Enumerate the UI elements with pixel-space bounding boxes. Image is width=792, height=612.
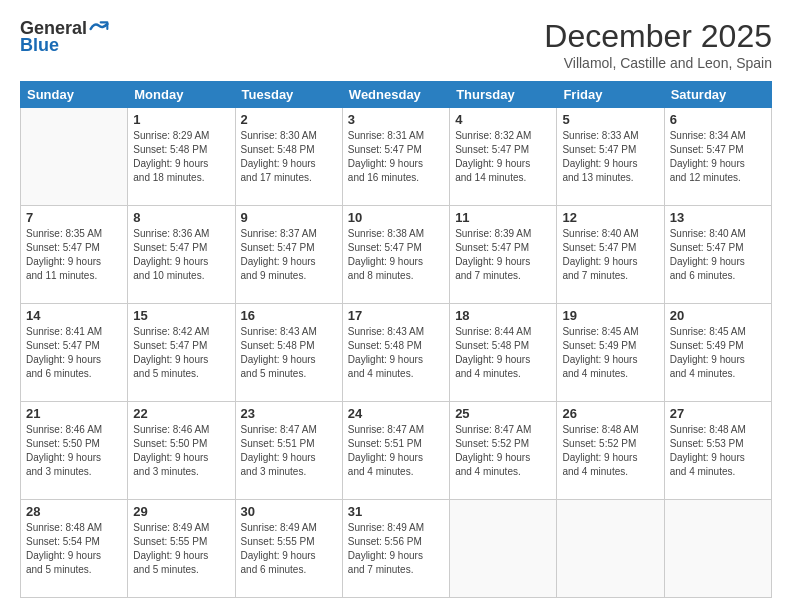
day-number: 21	[26, 406, 122, 421]
header-row: Sunday Monday Tuesday Wednesday Thursday…	[21, 82, 772, 108]
day-number: 15	[133, 308, 229, 323]
logo-blue: Blue	[20, 35, 59, 55]
table-row: 19Sunrise: 8:45 AMSunset: 5:49 PMDayligh…	[557, 304, 664, 402]
day-info: Sunrise: 8:45 AMSunset: 5:49 PMDaylight:…	[670, 325, 766, 381]
day-info: Sunrise: 8:35 AMSunset: 5:47 PMDaylight:…	[26, 227, 122, 283]
day-number: 9	[241, 210, 337, 225]
month-title: December 2025	[544, 18, 772, 55]
day-info: Sunrise: 8:38 AMSunset: 5:47 PMDaylight:…	[348, 227, 444, 283]
day-info: Sunrise: 8:40 AMSunset: 5:47 PMDaylight:…	[562, 227, 658, 283]
day-info: Sunrise: 8:49 AMSunset: 5:55 PMDaylight:…	[133, 521, 229, 577]
day-info: Sunrise: 8:36 AMSunset: 5:47 PMDaylight:…	[133, 227, 229, 283]
table-row: 25Sunrise: 8:47 AMSunset: 5:52 PMDayligh…	[450, 402, 557, 500]
day-info: Sunrise: 8:45 AMSunset: 5:49 PMDaylight:…	[562, 325, 658, 381]
table-row: 9Sunrise: 8:37 AMSunset: 5:47 PMDaylight…	[235, 206, 342, 304]
table-row: 22Sunrise: 8:46 AMSunset: 5:50 PMDayligh…	[128, 402, 235, 500]
day-info: Sunrise: 8:44 AMSunset: 5:48 PMDaylight:…	[455, 325, 551, 381]
col-sunday: Sunday	[21, 82, 128, 108]
day-info: Sunrise: 8:47 AMSunset: 5:51 PMDaylight:…	[348, 423, 444, 479]
table-row: 30Sunrise: 8:49 AMSunset: 5:55 PMDayligh…	[235, 500, 342, 598]
col-tuesday: Tuesday	[235, 82, 342, 108]
day-number: 25	[455, 406, 551, 421]
table-row: 23Sunrise: 8:47 AMSunset: 5:51 PMDayligh…	[235, 402, 342, 500]
table-row: 14Sunrise: 8:41 AMSunset: 5:47 PMDayligh…	[21, 304, 128, 402]
calendar-week-2: 7Sunrise: 8:35 AMSunset: 5:47 PMDaylight…	[21, 206, 772, 304]
day-number: 20	[670, 308, 766, 323]
location: Villamol, Castille and Leon, Spain	[544, 55, 772, 71]
table-row: 13Sunrise: 8:40 AMSunset: 5:47 PMDayligh…	[664, 206, 771, 304]
day-info: Sunrise: 8:48 AMSunset: 5:53 PMDaylight:…	[670, 423, 766, 479]
col-friday: Friday	[557, 82, 664, 108]
day-info: Sunrise: 8:39 AMSunset: 5:47 PMDaylight:…	[455, 227, 551, 283]
day-number: 29	[133, 504, 229, 519]
day-number: 8	[133, 210, 229, 225]
day-number: 19	[562, 308, 658, 323]
day-number: 7	[26, 210, 122, 225]
table-row: 28Sunrise: 8:48 AMSunset: 5:54 PMDayligh…	[21, 500, 128, 598]
day-info: Sunrise: 8:33 AMSunset: 5:47 PMDaylight:…	[562, 129, 658, 185]
day-number: 22	[133, 406, 229, 421]
day-info: Sunrise: 8:48 AMSunset: 5:54 PMDaylight:…	[26, 521, 122, 577]
day-number: 3	[348, 112, 444, 127]
table-row: 24Sunrise: 8:47 AMSunset: 5:51 PMDayligh…	[342, 402, 449, 500]
table-row: 6Sunrise: 8:34 AMSunset: 5:47 PMDaylight…	[664, 108, 771, 206]
table-row	[21, 108, 128, 206]
day-number: 31	[348, 504, 444, 519]
day-info: Sunrise: 8:30 AMSunset: 5:48 PMDaylight:…	[241, 129, 337, 185]
table-row: 15Sunrise: 8:42 AMSunset: 5:47 PMDayligh…	[128, 304, 235, 402]
logo: General Blue	[20, 18, 109, 56]
day-info: Sunrise: 8:32 AMSunset: 5:47 PMDaylight:…	[455, 129, 551, 185]
day-info: Sunrise: 8:48 AMSunset: 5:52 PMDaylight:…	[562, 423, 658, 479]
day-info: Sunrise: 8:43 AMSunset: 5:48 PMDaylight:…	[348, 325, 444, 381]
table-row	[664, 500, 771, 598]
day-info: Sunrise: 8:29 AMSunset: 5:48 PMDaylight:…	[133, 129, 229, 185]
table-row: 20Sunrise: 8:45 AMSunset: 5:49 PMDayligh…	[664, 304, 771, 402]
calendar-week-5: 28Sunrise: 8:48 AMSunset: 5:54 PMDayligh…	[21, 500, 772, 598]
day-info: Sunrise: 8:43 AMSunset: 5:48 PMDaylight:…	[241, 325, 337, 381]
day-number: 26	[562, 406, 658, 421]
day-number: 5	[562, 112, 658, 127]
page: General Blue December 2025 Villamol, Cas…	[0, 0, 792, 612]
day-number: 30	[241, 504, 337, 519]
day-info: Sunrise: 8:47 AMSunset: 5:51 PMDaylight:…	[241, 423, 337, 479]
day-info: Sunrise: 8:41 AMSunset: 5:47 PMDaylight:…	[26, 325, 122, 381]
col-wednesday: Wednesday	[342, 82, 449, 108]
day-number: 10	[348, 210, 444, 225]
calendar-table: Sunday Monday Tuesday Wednesday Thursday…	[20, 81, 772, 598]
col-monday: Monday	[128, 82, 235, 108]
table-row: 17Sunrise: 8:43 AMSunset: 5:48 PMDayligh…	[342, 304, 449, 402]
table-row: 8Sunrise: 8:36 AMSunset: 5:47 PMDaylight…	[128, 206, 235, 304]
title-section: December 2025 Villamol, Castille and Leo…	[544, 18, 772, 71]
table-row: 3Sunrise: 8:31 AMSunset: 5:47 PMDaylight…	[342, 108, 449, 206]
day-info: Sunrise: 8:49 AMSunset: 5:55 PMDaylight:…	[241, 521, 337, 577]
day-info: Sunrise: 8:46 AMSunset: 5:50 PMDaylight:…	[133, 423, 229, 479]
table-row: 11Sunrise: 8:39 AMSunset: 5:47 PMDayligh…	[450, 206, 557, 304]
day-number: 4	[455, 112, 551, 127]
day-number: 18	[455, 308, 551, 323]
day-info: Sunrise: 8:40 AMSunset: 5:47 PMDaylight:…	[670, 227, 766, 283]
logo-icon	[89, 19, 109, 39]
day-number: 28	[26, 504, 122, 519]
day-info: Sunrise: 8:49 AMSunset: 5:56 PMDaylight:…	[348, 521, 444, 577]
col-thursday: Thursday	[450, 82, 557, 108]
header: General Blue December 2025 Villamol, Cas…	[20, 18, 772, 71]
table-row	[557, 500, 664, 598]
day-number: 13	[670, 210, 766, 225]
day-info: Sunrise: 8:37 AMSunset: 5:47 PMDaylight:…	[241, 227, 337, 283]
table-row: 31Sunrise: 8:49 AMSunset: 5:56 PMDayligh…	[342, 500, 449, 598]
day-number: 17	[348, 308, 444, 323]
calendar-week-3: 14Sunrise: 8:41 AMSunset: 5:47 PMDayligh…	[21, 304, 772, 402]
col-saturday: Saturday	[664, 82, 771, 108]
day-number: 23	[241, 406, 337, 421]
day-number: 1	[133, 112, 229, 127]
day-info: Sunrise: 8:47 AMSunset: 5:52 PMDaylight:…	[455, 423, 551, 479]
day-number: 14	[26, 308, 122, 323]
day-number: 6	[670, 112, 766, 127]
table-row: 21Sunrise: 8:46 AMSunset: 5:50 PMDayligh…	[21, 402, 128, 500]
day-info: Sunrise: 8:34 AMSunset: 5:47 PMDaylight:…	[670, 129, 766, 185]
day-number: 16	[241, 308, 337, 323]
table-row: 12Sunrise: 8:40 AMSunset: 5:47 PMDayligh…	[557, 206, 664, 304]
table-row: 2Sunrise: 8:30 AMSunset: 5:48 PMDaylight…	[235, 108, 342, 206]
table-row: 10Sunrise: 8:38 AMSunset: 5:47 PMDayligh…	[342, 206, 449, 304]
table-row	[450, 500, 557, 598]
